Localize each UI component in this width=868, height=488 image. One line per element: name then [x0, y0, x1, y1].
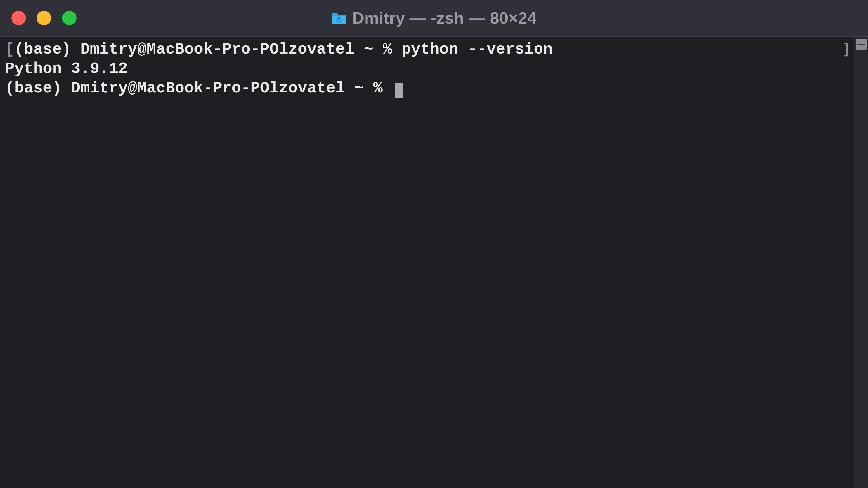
close-button[interactable] [11, 11, 26, 25]
terminal-line: (base) Dmitry@MacBook-Pro-POlzovatel ~ % [5, 79, 849, 98]
traffic-lights [0, 11, 76, 25]
shell-prompt: (base) Dmitry@MacBook-Pro-POlzovatel ~ % [5, 79, 392, 97]
command-text: python --version [402, 40, 553, 58]
minimize-button[interactable] [37, 11, 51, 25]
bracket-left: [ [5, 40, 14, 58]
maximize-button[interactable] [62, 11, 76, 25]
terminal-line: [(base) Dmitry@MacBook-Pro-POlzovatel ~ … [5, 40, 849, 59]
terminal-body: [(base) Dmitry@MacBook-Pro-POlzovatel ~ … [0, 37, 868, 488]
shell-prompt: (base) Dmitry@MacBook-Pro-POlzovatel ~ % [14, 40, 402, 58]
terminal-content[interactable]: [(base) Dmitry@MacBook-Pro-POlzovatel ~ … [0, 37, 855, 488]
cursor [395, 83, 403, 98]
split-pane-icon[interactable] [856, 39, 867, 50]
title-group: Dmitry — -zsh — 80×24 [332, 8, 536, 27]
window-title: Dmitry — -zsh — 80×24 [352, 8, 536, 27]
terminal-line: Python 3.9.12 [5, 59, 849, 79]
terminal-window: Dmitry — -zsh — 80×24 [(base) Dmitry@Mac… [0, 0, 868, 488]
command-output: Python 3.9.12 [5, 60, 128, 78]
bracket-right: ] [842, 40, 851, 58]
folder-icon [332, 12, 347, 24]
scrollbar[interactable] [855, 37, 868, 488]
titlebar[interactable]: Dmitry — -zsh — 80×24 [0, 0, 868, 37]
